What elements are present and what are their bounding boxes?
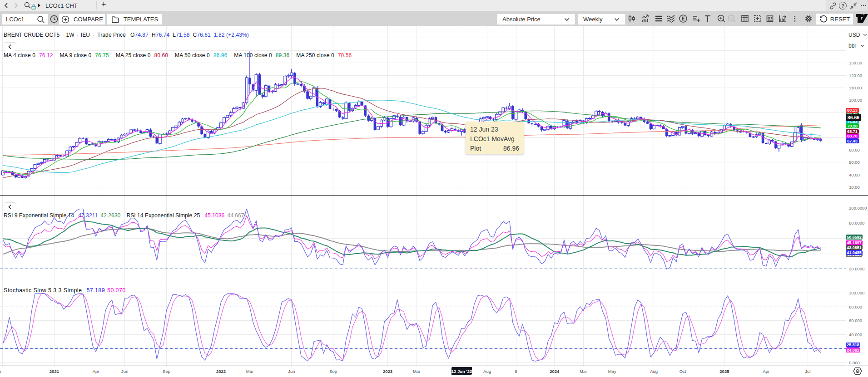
svg-text:40.00: 40.00	[849, 172, 860, 177]
svg-text:120.00: 120.00	[849, 73, 862, 78]
svg-text:2025: 2025	[719, 369, 729, 374]
svg-text:60.000: 60.000	[849, 318, 862, 323]
svg-text:Jun: Jun	[288, 369, 295, 374]
svg-text:68.71: 68.71	[847, 129, 858, 134]
svg-text:67.43: 67.43	[847, 139, 858, 143]
svg-text:May: May	[608, 369, 616, 374]
svg-text:100.00: 100.00	[849, 98, 862, 103]
svg-text:Oct: Oct	[680, 369, 686, 374]
svg-text:2021: 2021	[50, 369, 60, 374]
svg-text:80.000: 80.000	[849, 304, 862, 309]
svg-text:50.00: 50.00	[849, 160, 860, 165]
svg-text:Mar: Mar	[580, 369, 587, 374]
svg-text:Mar: Mar	[413, 369, 420, 374]
svg-text:45.1697: 45.1697	[847, 240, 862, 245]
svg-text:130.00: 130.00	[849, 60, 862, 65]
svg-text:86.66: 86.66	[848, 115, 859, 120]
svg-text:20.0000: 20.0000	[849, 266, 864, 271]
svg-text:Sep: Sep	[0, 369, 1, 374]
svg-text:80.13: 80.13	[847, 108, 858, 113]
svg-text:Apr: Apr	[763, 369, 769, 374]
svg-text:40.000: 40.000	[849, 332, 862, 337]
svg-text:30.00: 30.00	[849, 185, 860, 190]
svg-text:2024: 2024	[550, 369, 560, 374]
svg-text:25.318: 25.318	[847, 343, 859, 347]
svg-text:Mar: Mar	[246, 369, 253, 374]
svg-text:Sep: Sep	[329, 369, 337, 374]
svg-text:70.28: 70.28	[847, 124, 858, 128]
svg-text:Aug: Aug	[650, 369, 658, 374]
svg-text:Jun: Jun	[121, 369, 128, 374]
svg-text:9: 9	[515, 369, 517, 374]
svg-text:110.00: 110.00	[849, 85, 862, 90]
svg-text:100.0000: 100.0000	[849, 206, 867, 211]
svg-text:80.0000: 80.0000	[849, 220, 864, 225]
svg-text:24.061: 24.061	[847, 348, 859, 353]
svg-text:41.9485: 41.9485	[847, 250, 862, 255]
svg-text:Aug: Aug	[483, 369, 491, 374]
svg-text:43.0851: 43.0851	[847, 245, 862, 250]
svg-text:50.6592: 50.6592	[847, 235, 862, 240]
svg-text:Sep: Sep	[163, 369, 170, 374]
svg-text:2022: 2022	[216, 369, 226, 374]
svg-text:Jul: Jul	[805, 369, 810, 374]
svg-text:12 Jun '23: 12 Jun '23	[451, 369, 472, 374]
svg-text:68.70: 68.70	[847, 134, 858, 138]
svg-text:100.000: 100.000	[849, 290, 864, 295]
svg-text:2023: 2023	[383, 369, 392, 374]
svg-text:0.000: 0.000	[849, 360, 860, 365]
svg-text:Apr: Apr	[93, 369, 99, 374]
svg-text:60.00: 60.00	[849, 147, 860, 152]
